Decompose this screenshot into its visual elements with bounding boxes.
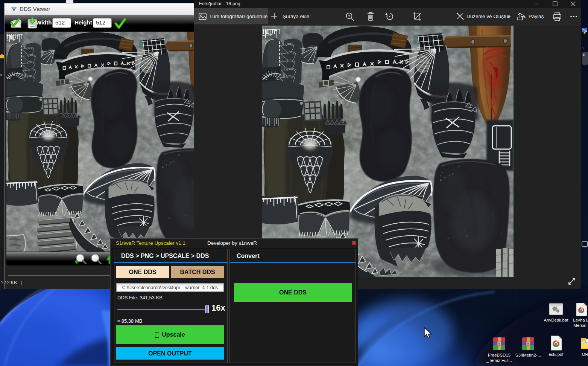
svg-text:«: « <box>0 72 2 77</box>
svg-text:‹: ‹ <box>582 46 583 50</box>
